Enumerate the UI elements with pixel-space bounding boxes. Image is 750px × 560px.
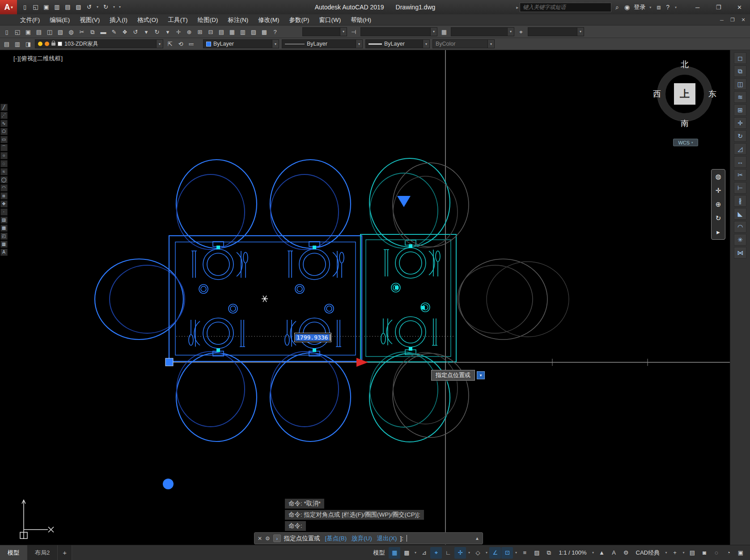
osnap-dropdown-icon[interactable]: ▾ [513, 547, 518, 559]
layer-color-swatch[interactable] [58, 42, 62, 46]
properties-palette-icon[interactable]: ▤ [216, 27, 227, 37]
infer-constraints-icon[interactable]: ⊿ [418, 547, 430, 559]
region-icon[interactable]: ◰ [0, 233, 8, 240]
lineweight-combobox[interactable]: ByLayer ▾ [365, 39, 430, 48]
app-menu-button[interactable]: A ▾ [0, 0, 17, 14]
grid-icon[interactable]: ▦ [389, 547, 400, 559]
rectangle-icon[interactable]: ▭ [0, 136, 8, 143]
command-option-basepoint[interactable]: [基点(B) [325, 535, 347, 543]
polyline-icon[interactable]: ∿ [0, 120, 8, 127]
tab-layout2[interactable]: 布局2 [27, 545, 58, 560]
publish-icon[interactable]: ▧ [55, 27, 66, 37]
compass-top-button[interactable]: 上 [674, 83, 695, 105]
layer-combobox[interactable]: 103-ZDR家具 ▾ [35, 39, 163, 48]
scale-icon[interactable]: ◿ [734, 143, 746, 155]
redo-icon[interactable]: ↻ [101, 2, 111, 12]
menu-modify[interactable]: 修改(M) [253, 14, 284, 25]
revision-cloud-icon[interactable]: ◌ [0, 160, 8, 167]
spline-icon[interactable]: ≈ [0, 168, 8, 175]
menu-parametric[interactable]: 参数(P) [284, 14, 314, 25]
annotation-scale-dropdown-icon[interactable]: ▾ [591, 547, 596, 559]
isolate-objects-icon[interactable]: ◌ [711, 547, 722, 559]
sign-in-label[interactable]: 登录 [634, 3, 645, 11]
view-compass[interactable]: 北 南 西 东 上 [651, 60, 718, 127]
block-editor-icon[interactable]: ❖ [119, 27, 130, 37]
quickcalc-icon[interactable]: ▩ [259, 27, 270, 37]
circle-icon[interactable]: ○ [0, 152, 8, 159]
multileader-style-icon[interactable]: ⌖ [516, 27, 526, 37]
command-customize-icon[interactable]: ⚙ [265, 535, 270, 542]
layer-match-icon[interactable]: ≔ [186, 39, 197, 49]
ortho-icon[interactable]: ∟ [442, 547, 454, 559]
table-style-combobox[interactable]: ▾ [451, 27, 514, 36]
redo-dropdown-icon[interactable]: ▾ [111, 2, 117, 12]
isodraft-dropdown-icon[interactable]: ▾ [484, 547, 489, 559]
command-close-icon[interactable]: ✕ [258, 535, 262, 542]
viewport-controls[interactable]: [-][俯视][二维线框] [13, 55, 63, 63]
compass-south-label[interactable]: 南 [679, 118, 690, 129]
undo-icon[interactable]: ↺ [84, 2, 94, 12]
workspace-label[interactable]: CAD经典 [632, 547, 663, 559]
selection-cycling-icon[interactable]: ⧉ [543, 547, 555, 559]
zoom-realtime-icon[interactable]: ⊕ [184, 27, 195, 37]
wcs-selector[interactable]: WCS ▾ [673, 139, 698, 146]
rotate-icon[interactable]: ↻ [734, 130, 746, 142]
transparency-icon[interactable]: ▨ [531, 547, 542, 559]
line-icon[interactable]: ╱ [0, 104, 8, 111]
plotstyle-dropdown-icon[interactable]: ▾ [487, 40, 494, 48]
lineweight-display-icon[interactable]: ≡ [519, 547, 530, 559]
hatch-icon[interactable]: ▨ [0, 216, 8, 224]
trim-icon[interactable]: ✂ [734, 169, 746, 181]
doc-restore-button[interactable]: ❐ [728, 17, 737, 23]
orbit-icon[interactable]: ↻ [716, 215, 721, 222]
help-icon[interactable]: ? [665, 4, 671, 11]
designcenter-icon[interactable]: ▦ [227, 27, 237, 37]
sign-in-dropdown-icon[interactable]: ▾ [648, 5, 653, 9]
make-block-icon[interactable]: ❖ [0, 200, 8, 208]
move-icon[interactable]: ✛ [734, 117, 746, 129]
break-icon[interactable]: ∦ [734, 195, 746, 207]
search-chevron-icon[interactable]: ▸ [516, 5, 518, 10]
showmotion-icon[interactable]: ▸ [716, 229, 720, 236]
zoom-window-icon[interactable]: ⊞ [195, 27, 205, 37]
model-space-toggle[interactable]: 模型 [369, 547, 388, 559]
layer-unlock-icon[interactable] [51, 42, 55, 46]
full-navigation-wheel-icon[interactable]: ◍ [715, 173, 721, 180]
save-icon[interactable]: ▣ [23, 27, 34, 37]
help-search-input[interactable] [520, 3, 611, 12]
join-icon[interactable]: ⋈ [734, 247, 746, 259]
paste-icon[interactable]: ▬ [98, 27, 109, 37]
doc-close-button[interactable]: ✕ [738, 17, 748, 23]
mirror-icon[interactable]: ◫ [734, 78, 746, 90]
workspace-dropdown-icon[interactable]: ▾ [664, 547, 669, 559]
open-icon[interactable]: ◱ [30, 2, 41, 12]
menu-dimension[interactable]: 标注(N) [223, 14, 254, 25]
menu-help[interactable]: 帮助(H) [346, 14, 376, 25]
maximize-button[interactable]: ❐ [708, 0, 729, 14]
menu-edit[interactable]: 编辑(E) [45, 14, 75, 25]
combo-dropdown-icon[interactable]: ▾ [340, 28, 347, 36]
layer-filter-icon[interactable]: ▥ [12, 39, 23, 49]
menu-file[interactable]: 文件(F) [15, 14, 45, 25]
object-snap-icon[interactable]: ⊡ [501, 547, 513, 559]
undo-dropdown-icon[interactable]: ▾ [95, 2, 100, 12]
menu-window[interactable]: 窗口(W) [314, 14, 346, 25]
table-icon[interactable]: ▦ [0, 241, 8, 248]
match-properties-icon[interactable]: ✎ [109, 27, 119, 37]
combo-dropdown-icon[interactable]: ▾ [577, 28, 584, 36]
recent-commands-icon[interactable]: › [273, 535, 281, 542]
copy-icon[interactable]: ⧉ [734, 65, 746, 77]
combo-dropdown-icon[interactable]: ▾ [507, 28, 514, 36]
cut-icon[interactable]: ✂ [76, 27, 87, 37]
account-avatar-icon[interactable]: ◉ [623, 4, 631, 11]
color-combobox[interactable]: ByLayer ▾ [203, 39, 279, 48]
open-icon[interactable]: ◱ [12, 27, 23, 37]
lock-ui-icon[interactable]: ◙ [699, 547, 710, 559]
command-line[interactable]: ✕ ⚙ › 指定点位置或 [基点(B) 放弃(U) 退出(X)]: ▲ [254, 532, 483, 544]
ucs-icon[interactable] [20, 500, 54, 539]
dynamic-input-field[interactable]: 1799.9336 [294, 333, 331, 342]
publish-icon[interactable]: ▧ [73, 2, 84, 12]
tab-model[interactable]: 模型 [0, 545, 27, 560]
combo-dropdown-icon[interactable]: ▾ [430, 28, 437, 36]
extend-icon[interactable]: ⊢ [734, 182, 746, 194]
